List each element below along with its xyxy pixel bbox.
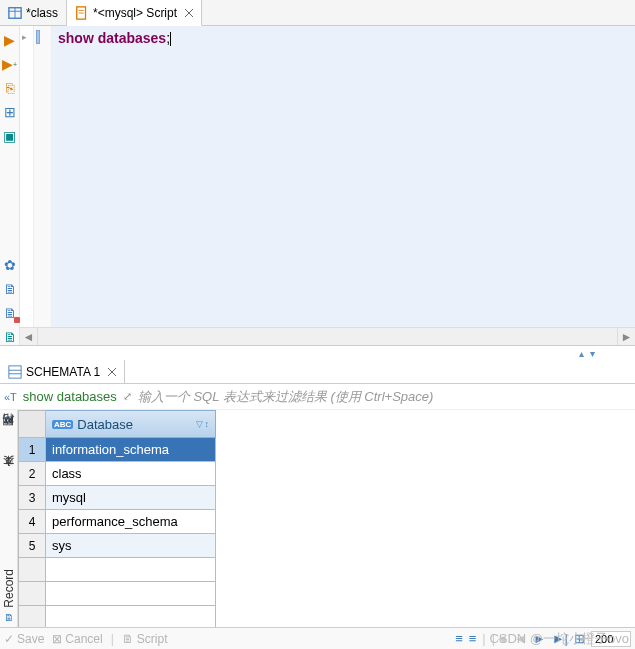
settings-icon[interactable]: ✿ xyxy=(2,257,18,273)
nav-next-icon[interactable]: ► xyxy=(533,631,546,646)
code-editor[interactable]: show databases; xyxy=(52,26,635,327)
query-icon[interactable]: «T xyxy=(4,391,17,403)
collapse-down-icon[interactable]: ▾ xyxy=(590,348,595,359)
page-size-input[interactable] xyxy=(591,631,631,647)
collapse-handle: ▴ ▾ xyxy=(0,346,635,360)
cancel-button[interactable]: ⊠ Cancel xyxy=(52,632,102,646)
cell-database[interactable]: class xyxy=(46,462,216,486)
row-number xyxy=(18,606,46,627)
fold-gutter[interactable] xyxy=(20,26,34,327)
row-number[interactable]: 3 xyxy=(18,486,46,510)
nav-first-icon[interactable]: |◄ xyxy=(492,631,508,646)
query-text: show databases xyxy=(23,389,117,404)
side-label-record[interactable]: Record xyxy=(2,569,16,608)
table-row-empty xyxy=(18,558,635,582)
tab-class[interactable]: *class xyxy=(0,0,67,25)
svg-rect-8 xyxy=(9,365,21,377)
editor-h-scrollbar[interactable]: ◄ ► xyxy=(20,327,635,345)
file-new-icon[interactable]: 🗎 xyxy=(2,281,18,297)
cell-database[interactable]: performance_schema xyxy=(46,510,216,534)
line-gutter xyxy=(34,26,52,327)
sql-icon xyxy=(75,6,89,20)
stop-icon[interactable]: ▣ xyxy=(2,128,18,144)
row-number xyxy=(18,558,46,582)
save-button[interactable]: ✓ Save xyxy=(4,632,44,646)
table-row[interactable]: 5sys xyxy=(18,534,635,558)
editor-area: ▶ ▶+ ⎘ ⊞ ▣ ✿ 🗎 🗎 🗎 show databases; ◄ ► xyxy=(0,26,635,346)
result-tabs: SCHEMATA 1 xyxy=(0,360,635,384)
row-number xyxy=(18,582,46,606)
results-grid-area: ⊞ 网格 ⊟ 文本 Record 🗎 ABC Database ▽ ↕ 1 xyxy=(0,410,635,627)
record-icon[interactable]: 🗎 xyxy=(4,612,14,623)
table-row-empty xyxy=(18,582,635,606)
run-plus-icon[interactable]: ▶+ xyxy=(2,56,18,72)
table-icon xyxy=(8,6,22,20)
close-icon[interactable] xyxy=(108,368,116,376)
grid-corner[interactable] xyxy=(18,410,46,438)
cell-empty xyxy=(46,582,216,606)
editor-toolbar: ▶ ▶+ ⎘ ⊞ ▣ ✿ 🗎 🗎 🗎 xyxy=(0,26,20,345)
scroll-track[interactable] xyxy=(38,328,617,345)
plan-icon[interactable]: ⊞ xyxy=(2,104,18,120)
grid-view-icon[interactable]: ⊞ xyxy=(5,414,13,425)
text-cursor xyxy=(170,32,171,46)
table-row[interactable]: 4performance_schema xyxy=(18,510,635,534)
file-teal-icon[interactable]: 🗎 xyxy=(2,329,18,345)
nav-last-icon[interactable]: ►| xyxy=(552,631,568,646)
collapse-up-icon[interactable]: ▴ xyxy=(579,348,584,359)
filter-input[interactable]: 输入一个 SQL 表达式来过滤结果 (使用 Ctrl+Space) xyxy=(138,388,434,406)
row-number[interactable]: 2 xyxy=(18,462,46,486)
run-script-icon[interactable]: ⎘ xyxy=(2,80,18,96)
line-marker xyxy=(36,30,40,44)
scroll-left-icon[interactable]: ◄ xyxy=(20,328,38,345)
cell-empty xyxy=(46,606,216,627)
row-number[interactable]: 5 xyxy=(18,534,46,558)
grid-header: ABC Database ▽ ↕ xyxy=(18,410,635,438)
result-tab-label: SCHEMATA 1 xyxy=(26,365,100,379)
close-icon[interactable] xyxy=(185,9,193,17)
table-row[interactable]: 1information_schema xyxy=(18,438,635,462)
cell-database[interactable]: mysql xyxy=(46,486,216,510)
nav-prev-icon[interactable]: ◄ xyxy=(514,631,527,646)
filter-icon[interactable]: ▽ xyxy=(196,419,203,429)
table-row[interactable]: 2class xyxy=(18,462,635,486)
cell-database[interactable]: information_schema xyxy=(46,438,216,462)
table-row-empty xyxy=(18,606,635,627)
column-header-database[interactable]: ABC Database ▽ ↕ xyxy=(46,410,216,438)
scroll-right-icon[interactable]: ► xyxy=(617,328,635,345)
tab-schemata[interactable]: SCHEMATA 1 xyxy=(0,360,125,383)
tab-mysql-script[interactable]: *<mysql> Script xyxy=(67,0,202,26)
text-view-icon[interactable]: ⊟ xyxy=(5,455,13,466)
cell-database[interactable]: sys xyxy=(46,534,216,558)
sql-keyword: show databases xyxy=(58,30,166,46)
editor-tabs: *class *<mysql> Script xyxy=(0,0,635,26)
row-number[interactable]: 1 xyxy=(18,438,46,462)
sort-icon[interactable]: ↕ xyxy=(205,419,210,429)
script-button[interactable]: 🗎 Script xyxy=(122,632,168,646)
refresh-icon[interactable]: ⊞ xyxy=(574,631,585,646)
type-badge: ABC xyxy=(52,420,73,429)
filter-row: «T show databases ⤢ 输入一个 SQL 表达式来过滤结果 (使… xyxy=(0,384,635,410)
results-grid: ABC Database ▽ ↕ 1information_schema2cla… xyxy=(18,410,635,627)
run-icon[interactable]: ▶ xyxy=(2,32,18,48)
column-label: Database xyxy=(77,417,133,432)
status-footer: ✓ Save ⊠ Cancel | 🗎 Script ≡ ≡ | |◄ ◄ ► … xyxy=(0,627,635,649)
cell-empty xyxy=(46,558,216,582)
grid-icon xyxy=(8,365,22,379)
file-red-icon[interactable]: 🗎 xyxy=(2,305,18,321)
row-number[interactable]: 4 xyxy=(18,510,46,534)
table-row[interactable]: 3mysql xyxy=(18,486,635,510)
side-panel-tabs: ⊞ 网格 ⊟ 文本 Record 🗎 xyxy=(0,410,18,627)
tab-label: *<mysql> Script xyxy=(93,6,177,20)
tab-label: *class xyxy=(26,6,58,20)
expand-icon[interactable]: ⤢ xyxy=(123,390,132,403)
